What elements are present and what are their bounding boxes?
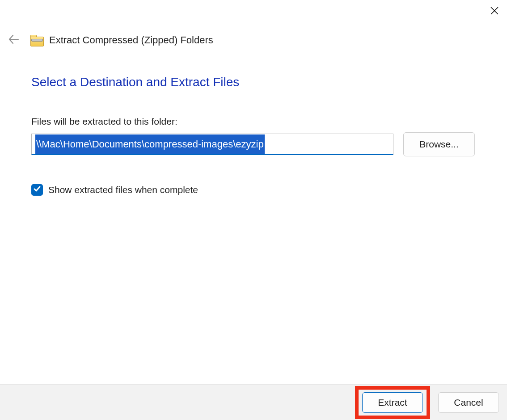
extract-button[interactable]: Extract <box>362 392 423 413</box>
page-heading: Select a Destination and Extract Files <box>31 75 476 89</box>
destination-path-value: \\Mac\Home\Documents\compressed-images\e… <box>35 134 265 154</box>
show-extracted-checkbox[interactable] <box>31 184 43 196</box>
wizard-footer: Extract Cancel <box>0 384 507 420</box>
wizard-content: Select a Destination and Extract Files F… <box>31 75 476 196</box>
zipped-folder-icon <box>30 35 43 46</box>
extract-wizard-window: Extract Compressed (Zipped) Folders Sele… <box>0 0 507 420</box>
close-button[interactable] <box>489 6 500 17</box>
wizard-title: Extract Compressed (Zipped) Folders <box>49 34 213 46</box>
cancel-button[interactable]: Cancel <box>438 392 499 413</box>
browse-button[interactable]: Browse... <box>403 132 475 156</box>
show-extracted-label: Show extracted files when complete <box>48 185 198 195</box>
destination-path-input[interactable]: \\Mac\Home\Documents\compressed-images\e… <box>31 134 393 155</box>
checkmark-icon <box>33 185 41 195</box>
back-button[interactable] <box>6 33 21 47</box>
destination-label: Files will be extracted to this folder: <box>31 116 476 127</box>
wizard-header: Extract Compressed (Zipped) Folders <box>6 31 507 49</box>
extract-button-highlight: Extract <box>355 386 430 419</box>
destination-row: \\Mac\Home\Documents\compressed-images\e… <box>31 132 476 156</box>
show-extracted-checkbox-row: Show extracted files when complete <box>31 184 476 196</box>
back-arrow-icon <box>8 34 19 47</box>
close-icon <box>490 6 499 17</box>
